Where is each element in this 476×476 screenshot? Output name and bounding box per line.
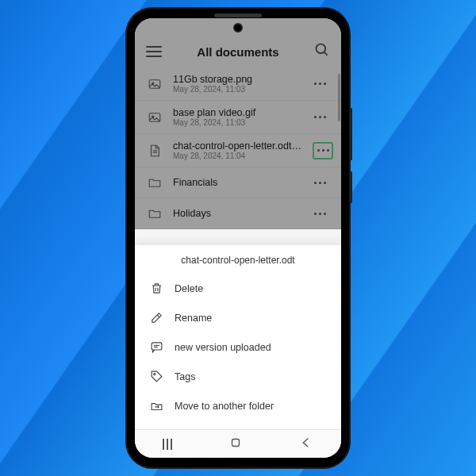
folder-icon (146, 206, 163, 221)
android-navbar (135, 429, 341, 458)
move-action[interactable]: Move to another folder (135, 391, 341, 420)
file-list-screen: All documents 11Gb storage.png May 28, 2… (135, 18, 341, 229)
power-button (350, 171, 352, 203)
file-name: 11Gb storage.png (173, 74, 300, 85)
tags-action[interactable]: Tags (135, 362, 341, 391)
action-label: Tags (175, 371, 195, 382)
more-icon[interactable] (313, 142, 333, 159)
file-row[interactable]: chat-control-open-letter.odt May 28, 202… (135, 134, 341, 167)
back-button[interactable] (299, 436, 313, 453)
file-date: May 28, 2024, 11:03 (173, 118, 300, 127)
file-row[interactable]: Holidays (135, 198, 341, 229)
svg-rect-16 (232, 439, 239, 446)
scrollbar[interactable] (338, 74, 340, 121)
image-icon (146, 110, 163, 125)
folder-move-icon (149, 399, 163, 413)
svg-line-1 (324, 52, 327, 56)
page-title: All documents (197, 45, 278, 59)
action-label: Rename (175, 313, 212, 324)
home-button[interactable] (228, 436, 243, 453)
action-label: new version uploaded (175, 342, 271, 353)
svg-point-15 (153, 374, 155, 375)
search-icon[interactable] (314, 42, 330, 61)
recent-apps-button[interactable] (163, 439, 172, 450)
image-icon (146, 77, 163, 91)
action-sheet: chat-control-open-letter.odt Delete Rena… (135, 245, 341, 429)
svg-point-0 (316, 44, 325, 54)
file-name: chat-control-open-letter.odt (173, 140, 303, 152)
more-icon[interactable] (309, 205, 330, 222)
more-icon[interactable] (309, 75, 330, 93)
action-label: Move to another folder (175, 401, 274, 412)
more-icon[interactable] (309, 109, 330, 126)
file-date: May 28, 2024, 11:04 (173, 152, 303, 160)
volume-button (350, 108, 352, 160)
file-name: Holidays (173, 208, 300, 219)
menu-icon[interactable] (146, 46, 162, 57)
document-icon (146, 144, 163, 158)
svg-rect-12 (152, 343, 162, 350)
folder-icon (146, 175, 163, 190)
file-row[interactable]: Financials (135, 167, 341, 198)
file-name: Financials (173, 177, 300, 188)
more-icon[interactable] (309, 174, 330, 191)
action-label: Delete (175, 283, 203, 294)
file-row[interactable]: 11Gb storage.png May 28, 2024, 11:03 (135, 67, 341, 101)
screen: All documents 11Gb storage.png May 28, 2… (135, 18, 341, 458)
front-camera (233, 23, 243, 33)
phone-frame: All documents 11Gb storage.png May 28, 2… (127, 9, 349, 467)
file-name: base plan video.gif (173, 107, 300, 118)
version-action[interactable]: new version uploaded (135, 332, 341, 362)
file-row[interactable]: base plan video.gif May 28, 2024, 11:03 (135, 101, 341, 134)
comment-icon (149, 340, 163, 354)
sheet-title: chat-control-open-letter.odt (135, 245, 341, 274)
speaker-slot (214, 13, 262, 17)
delete-action[interactable]: Delete (135, 274, 341, 303)
trash-icon (149, 282, 163, 295)
pencil-icon (149, 311, 163, 324)
rename-action[interactable]: Rename (135, 303, 341, 332)
file-date: May 28, 2024, 11:03 (173, 85, 300, 94)
tag-icon (149, 370, 163, 383)
